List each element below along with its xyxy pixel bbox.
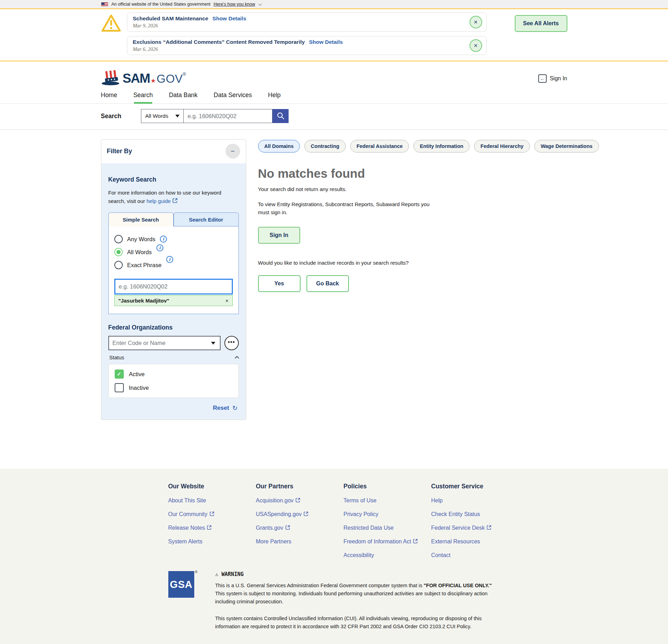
footer-column-customer-service: Customer Service Help Check Entity Statu… xyxy=(431,483,519,558)
footer-link-grants-gov[interactable]: Grants.gov xyxy=(256,525,344,531)
alert-show-details-link[interactable]: Show Details xyxy=(212,15,246,22)
checkbox-active[interactable]: ✓ Active xyxy=(115,370,232,379)
sign-in-link[interactable]: ← Sign In xyxy=(538,74,567,83)
footer-link-about-this-site[interactable]: About This Site xyxy=(168,497,256,504)
search-bar-section: Search All Words xyxy=(0,104,668,130)
footer-link-restricted-data-use[interactable]: Restricted Data Use xyxy=(344,525,431,531)
help-guide-link[interactable]: help guide xyxy=(147,197,177,205)
collapse-filters-button[interactable]: − xyxy=(225,144,240,158)
footer-link-system-alerts[interactable]: System Alerts xyxy=(168,538,256,545)
main-nav: Home Search Data Bank Data Services Help xyxy=(0,89,668,104)
domain-tab-federal-assistance[interactable]: Federal Assistance xyxy=(350,140,409,152)
sign-in-label: Sign In xyxy=(550,75,567,82)
footer-link-foia[interactable]: Freedom of Information Act xyxy=(344,538,431,545)
external-link-icon xyxy=(304,511,308,517)
brand-sam-text: SAM xyxy=(123,71,150,86)
keyword-input[interactable] xyxy=(114,279,233,294)
footer-link-release-notes[interactable]: Release Notes xyxy=(168,525,256,531)
domain-tab-wage-determinations[interactable]: Wage Determinations xyxy=(534,140,599,152)
footer-link-contact[interactable]: Contact xyxy=(431,552,519,558)
federal-org-input[interactable] xyxy=(109,340,211,346)
search-input[interactable] xyxy=(184,109,272,123)
domain-tab-all-domains[interactable]: All Domains xyxy=(258,140,300,152)
radio-circle-checked xyxy=(114,248,123,256)
external-link-icon xyxy=(285,525,290,531)
go-back-button[interactable]: Go Back xyxy=(306,275,349,292)
federal-organizations-heading: Federal Organizations xyxy=(108,324,239,331)
external-link-icon xyxy=(413,538,418,545)
nav-item-search[interactable]: Search xyxy=(133,91,153,99)
footer-link-our-community[interactable]: Our Community xyxy=(168,511,256,517)
checkbox-inactive[interactable]: Inactive xyxy=(115,383,232,392)
sam-gov-logo[interactable]: SAM ★ GOV ® xyxy=(101,70,186,87)
us-flag-icon xyxy=(101,2,108,7)
nav-item-data-bank[interactable]: Data Bank xyxy=(169,91,198,99)
domain-tab-entity-information[interactable]: Entity Information xyxy=(413,140,470,152)
footer-link-acquisition-gov[interactable]: Acquisition.gov xyxy=(256,497,344,504)
footer-link-check-entity-status[interactable]: Check Entity Status xyxy=(431,511,519,517)
org-more-options-button[interactable]: ••• xyxy=(224,336,239,350)
site-header: SAM ★ GOV ® ← Sign In xyxy=(0,61,668,89)
status-accordion-header[interactable]: Status xyxy=(108,350,239,364)
close-icon: × xyxy=(474,19,478,25)
nav-item-help[interactable]: Help xyxy=(268,91,281,99)
warning-title: WARNING xyxy=(222,571,244,577)
footer-link-accessibility[interactable]: Accessibility xyxy=(344,552,431,558)
minus-icon: − xyxy=(231,147,235,155)
radio-exact-phrase[interactable]: Exact Phrase i xyxy=(114,261,233,269)
footer-link-privacy-policy[interactable]: Privacy Policy xyxy=(344,511,431,517)
radio-circle xyxy=(114,235,123,243)
chevron-up-icon xyxy=(235,356,239,360)
keyword-search-heading: Keyword Search xyxy=(108,176,239,183)
alert-close-button[interactable]: × xyxy=(470,16,482,28)
gov-banner: An official website of the United States… xyxy=(0,0,668,9)
nav-item-data-services[interactable]: Data Services xyxy=(214,91,252,99)
filter-panel: Filter By − Keyword Search For more info… xyxy=(101,139,246,420)
footer-heading: Our Partners xyxy=(256,483,344,490)
results-area: All Domains Contracting Federal Assistan… xyxy=(258,139,599,292)
search-button[interactable] xyxy=(272,109,289,123)
tab-simple-search[interactable]: Simple Search xyxy=(108,212,174,226)
info-icon[interactable]: i xyxy=(166,256,173,263)
alert-show-details-link[interactable]: Show Details xyxy=(309,39,343,45)
brand-gov-text: GOV xyxy=(156,72,183,86)
filter-by-title: Filter By xyxy=(107,148,132,155)
tab-search-editor[interactable]: Search Editor xyxy=(174,212,239,226)
see-all-alerts-button[interactable]: See All Alerts xyxy=(515,15,567,32)
keyword-chip: "Jasurbek Madjitov" × xyxy=(114,295,233,306)
yes-button[interactable]: Yes xyxy=(258,275,301,292)
info-icon[interactable]: i xyxy=(156,244,163,251)
registered-mark: ® xyxy=(183,72,186,77)
search-mode-value: All Words xyxy=(145,113,168,119)
nav-item-home[interactable]: Home xyxy=(101,91,117,99)
external-link-icon xyxy=(210,511,214,517)
chip-remove-button[interactable]: × xyxy=(225,298,229,304)
sign-in-button[interactable]: Sign In xyxy=(258,227,300,244)
footer-link-help[interactable]: Help xyxy=(431,497,519,504)
warning-paragraph-1: This is a U.S. General Services Administ… xyxy=(215,582,496,606)
radio-any-words[interactable]: Any Words i xyxy=(114,235,233,243)
banner-how-you-know-link[interactable]: Here's how you know xyxy=(214,2,255,7)
alerts-section: Scheduled SAM Maintenance Show Details M… xyxy=(0,9,668,61)
external-link-icon xyxy=(296,497,300,504)
sign-in-note: To view Entity Registrations, Subcontrac… xyxy=(258,201,432,216)
gsa-warning-section: GSA ® ⚠ WARNING This is a U.S. General S… xyxy=(0,561,668,644)
warning-paragraph-2: This system contains Controlled Unclassi… xyxy=(215,615,496,631)
radio-all-words[interactable]: All Words i xyxy=(114,248,233,256)
reset-filters-link[interactable]: Reset xyxy=(213,405,229,412)
footer-link-terms-of-use[interactable]: Terms of Use xyxy=(344,497,431,504)
info-icon[interactable]: i xyxy=(160,236,167,243)
chevron-down-icon[interactable] xyxy=(211,342,215,345)
footer-link-federal-service-desk[interactable]: Federal Service Desk xyxy=(431,525,519,531)
domain-tab-federal-hierarchy[interactable]: Federal Hierarchy xyxy=(474,140,530,152)
footer-link-usaspending-gov[interactable]: USASpending.gov xyxy=(256,511,344,517)
federal-org-combobox[interactable] xyxy=(108,336,221,350)
search-mode-select[interactable]: All Words xyxy=(141,109,184,123)
footer-heading: Policies xyxy=(344,483,431,490)
footer-link-external-resources[interactable]: External Resources xyxy=(431,538,519,545)
domain-tab-contracting[interactable]: Contracting xyxy=(304,140,345,152)
footer-column-our-website: Our Website About This Site Our Communit… xyxy=(168,483,256,558)
close-icon: × xyxy=(474,42,478,49)
alert-close-button[interactable]: × xyxy=(470,39,482,52)
footer-link-more-partners[interactable]: More Partners xyxy=(256,538,344,545)
